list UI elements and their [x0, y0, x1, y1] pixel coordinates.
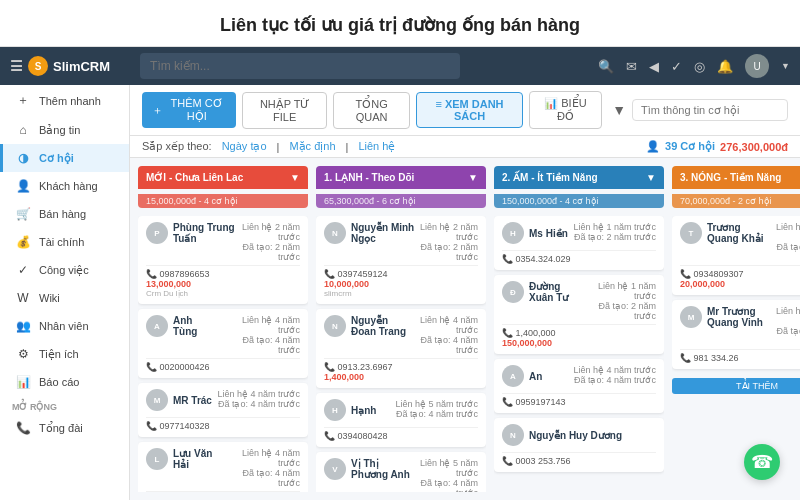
kanban-card[interactable]: L Lưu Văn Hải Liên hệ 4 năm trướcĐã tạo:… — [138, 442, 308, 492]
col-meta: 70,000,000đ - 2 cơ hội — [672, 194, 800, 208]
settings-icon[interactable]: ◎ — [694, 59, 705, 74]
card-meta-time: Liên hệ 4 năm trướcĐã tạo: 4 năm trước — [224, 448, 300, 488]
import-button[interactable]: NHẬP TỪ FILE — [242, 92, 327, 129]
search-icon[interactable]: 🔍 — [598, 59, 614, 74]
sidebar-item-bang-tin[interactable]: ⌂ Bảng tin — [0, 116, 129, 144]
report-icon: 📊 — [15, 375, 31, 389]
kanban-card[interactable]: Đ Đường Xuân Tư Liên hệ 1 năm trướcĐã tạ… — [494, 275, 664, 354]
col-meta: 15,000,000đ - 4 cơ hội — [138, 194, 308, 208]
card-name: Nguyễn Minh Ngọc — [351, 222, 415, 244]
nav-icons: 🔍 ✉ ◀ ✓ ◎ 🔔 U ▼ — [598, 54, 790, 78]
kanban-card[interactable]: M Mr Trương Quang Vinh Liên hệ 2 năm trư… — [672, 300, 800, 369]
overview-button[interactable]: TỔNG QUAN — [333, 92, 410, 129]
sidebar-item-khach-hang[interactable]: 👤 Khách hàng — [0, 172, 129, 200]
share-icon[interactable]: ◀ — [649, 59, 659, 74]
sidebar-item-tien-ich[interactable]: ⚙ Tiện ích — [0, 340, 129, 368]
card-label: Crm Du lịch — [146, 289, 300, 298]
opportunity-icon: ◑ — [15, 151, 31, 165]
card-phone: 📞 0020000426 — [146, 362, 300, 372]
sidebar-item-wiki[interactable]: W Wiki — [0, 284, 129, 312]
dropdown-icon[interactable]: ▼ — [781, 61, 790, 71]
col-meta: 150,000,000đ - 4 cơ hội — [494, 194, 664, 208]
kanban-card[interactable]: N Nguyễn Đoan Trang Liên hệ 4 năm trướcĐ… — [316, 309, 486, 388]
chart-button[interactable]: 📊 BIỂU ĐỒ — [529, 91, 602, 129]
col-header: 1. LẠNH - Theo Dõi ▼ — [316, 166, 486, 189]
kanban-card[interactable]: N Nguyễn Huy Dương 📞 0003 253.756 — [494, 418, 664, 472]
customer-icon: 👤 — [15, 179, 31, 193]
card-name: Trương Quang Khải — [707, 222, 771, 244]
col-dropdown-icon[interactable]: ▼ — [468, 172, 478, 183]
card-name: An — [529, 371, 542, 382]
card-phone: 📞 0977140328 — [146, 421, 300, 431]
card-avatar: A — [146, 315, 168, 337]
card-phone: 📞 0354.324.029 — [502, 254, 656, 264]
card-name: Nguyễn Huy Dương — [529, 430, 622, 441]
nav-brand: ☰ S SlimCRM — [10, 56, 110, 76]
col-dropdown-icon[interactable]: ▼ — [290, 172, 300, 183]
card-name: Vị Thị Phương Anh — [351, 458, 414, 480]
search-input[interactable] — [140, 53, 460, 79]
kanban-card[interactable]: A An Liên hệ 4 năm trướcĐã tạo: 4 năm tr… — [494, 359, 664, 413]
kanban-card[interactable]: T Trương Quang Khải Liên hệ 1 năm trướcĐ… — [672, 216, 800, 295]
card-phone: 📞 0987896653 — [146, 269, 300, 279]
card-avatar: M — [680, 306, 702, 328]
card-name: Lưu Văn Hải — [173, 448, 224, 470]
sidebar-item-tong-dai[interactable]: 📞 Tổng đài — [0, 414, 129, 442]
card-name: Hạnh — [351, 405, 376, 416]
card-name: Ms Hiền — [529, 228, 568, 239]
sidebar-item-ban-hang[interactable]: 🛒 Bán hàng — [0, 200, 129, 228]
sidebar-item-nhan-vien[interactable]: 👥 Nhân viên — [0, 312, 129, 340]
card-phone: 📞 0913.23.6967 — [324, 362, 478, 372]
card-meta-time: Liên hệ 1 năm trướcĐã tạo: 2 năm trước — [587, 281, 656, 321]
col-dropdown-icon[interactable]: ▼ — [646, 172, 656, 183]
phone-icon: 📞 — [15, 421, 31, 435]
sort-by-default[interactable]: Mặc định — [289, 140, 335, 153]
topnav: ☰ S SlimCRM 🔍 ✉ ◀ ✓ ◎ 🔔 U ▼ — [0, 47, 800, 85]
phone-float-icon: ☎ — [751, 451, 773, 473]
sales-icon: 🛒 — [15, 207, 31, 221]
summary-stats: 👤 39 Cơ hội 276,300,000đ — [646, 140, 788, 153]
add-opportunity-button[interactable]: ＋ THÊM CƠ HỘI — [142, 92, 236, 128]
card-name: Nguyễn Đoan Trang — [351, 315, 416, 337]
kanban-card[interactable]: H Hạnh Liên hệ 5 năm trướcĐã tạo: 4 năm … — [316, 393, 486, 447]
content-area: ＋ THÊM CƠ HỘI NHẬP TỪ FILE TỔNG QUAN ≡ X… — [130, 85, 800, 500]
card-avatar: N — [502, 424, 524, 446]
card-meta-time: Liên hệ 4 năm trướcĐã tạo: 4 năm trước — [217, 389, 300, 409]
card-meta-time: Liên hệ 1 năm trướcĐã tạo: 2 năm trước — [771, 222, 800, 262]
call-float-button[interactable]: ☎ — [744, 444, 780, 480]
card-amount: 13,000,000 — [146, 279, 300, 289]
kanban-card[interactable]: H Ms Hiền Liên hệ 1 năm trướcĐã tạo: 2 n… — [494, 216, 664, 270]
sort-by-created[interactable]: Ngày tạo — [222, 140, 267, 153]
col-meta: 65,300,000đ - 6 cơ hội — [316, 194, 486, 208]
brand-logo: S — [28, 56, 48, 76]
sidebar-item-co-hoi[interactable]: ◑ Cơ hội — [0, 144, 129, 172]
sidebar-item-bao-cao[interactable]: 📊 Báo cáo — [0, 368, 129, 396]
filter-icon[interactable]: ▼ — [612, 102, 626, 118]
col-body: T Trương Quang Khải Liên hệ 1 năm trướcĐ… — [672, 216, 800, 492]
kanban-card[interactable]: V Vị Thị Phương Anh Liên hệ 5 năm trướcĐ… — [316, 452, 486, 492]
col-header: 3. NÓNG - Tiềm Năng ▼ — [672, 166, 800, 189]
load-more-button[interactable]: TẢI THÊM — [672, 378, 800, 394]
card-amount: 1,400,000 — [324, 372, 478, 382]
sort-by-contact[interactable]: Liên hệ — [358, 140, 395, 153]
avatar[interactable]: U — [745, 54, 769, 78]
card-avatar: N — [324, 222, 346, 244]
add-icon: ＋ — [15, 92, 31, 109]
sidebar-item-them-nhanh[interactable]: ＋ Thêm nhanh — [0, 85, 129, 116]
sidebar-item-tai-chinh[interactable]: 💰 Tài chính — [0, 228, 129, 256]
check-icon[interactable]: ✓ — [671, 59, 682, 74]
card-avatar: A — [502, 365, 524, 387]
kanban-card[interactable]: N Nguyễn Minh Ngọc Liên hệ 2 năm trướcĐã… — [316, 216, 486, 304]
card-meta-time: Liên hệ 4 năm trướcĐã tạo: 4 năm trước — [416, 315, 478, 355]
menu-icon[interactable]: ☰ — [10, 58, 23, 74]
card-avatar: V — [324, 458, 346, 480]
bell-icon[interactable]: 🔔 — [717, 59, 733, 74]
sidebar-item-cong-viec[interactable]: ✓ Công việc — [0, 256, 129, 284]
kanban-card[interactable]: M MR Trác Liên hệ 4 năm trướcĐã tạo: 4 n… — [138, 383, 308, 437]
opportunity-search-input[interactable] — [632, 99, 788, 121]
kanban-card[interactable]: A Anh Tùng Liên hệ 4 năm trướcĐã tạo: 4 … — [138, 309, 308, 378]
card-phone: 📞 0394080428 — [324, 431, 478, 441]
list-view-button[interactable]: ≡ XEM DANH SÁCH — [416, 92, 522, 128]
kanban-card[interactable]: P Phùng Trung Tuấn Liên hệ 2 năm trướcĐã… — [138, 216, 308, 304]
message-icon[interactable]: ✉ — [626, 59, 637, 74]
